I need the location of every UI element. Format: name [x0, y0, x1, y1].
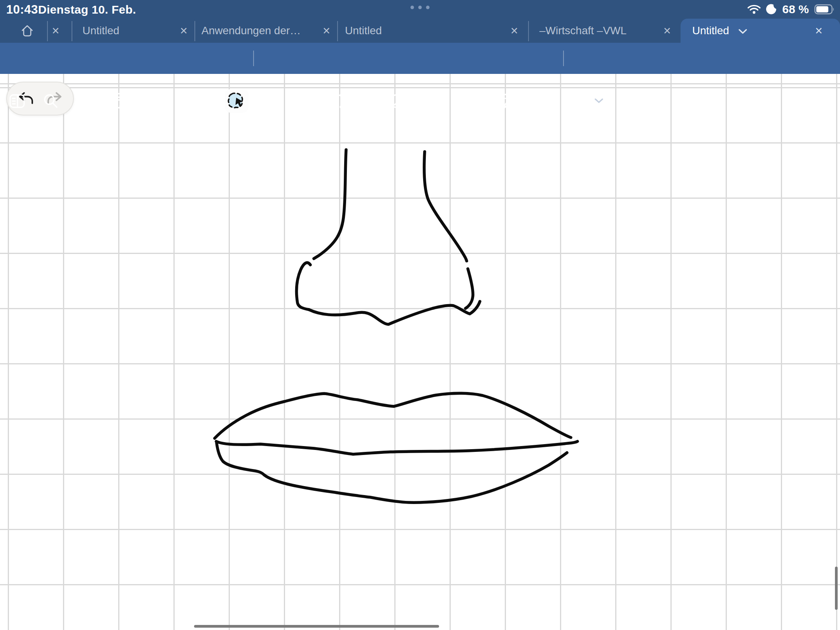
eraser-tool-button[interactable] [293, 91, 313, 111]
status-date: Dienstag 10. Feb. [38, 3, 136, 16]
note-icon [493, 91, 512, 111]
status-bar: 10:43 Dienstag 10. Feb. 68 % [0, 0, 840, 19]
wifi-icon [747, 4, 761, 14]
more-ellipsis-icon [812, 91, 832, 111]
laser-pointer-icon [530, 91, 551, 111]
multitask-dots-icon [411, 6, 430, 9]
record-present-button[interactable] [570, 91, 612, 112]
close-tab-button[interactable]: ✕ [815, 26, 823, 36]
close-tab-button[interactable]: ✕ [180, 26, 188, 36]
sidebar-panel-icon [7, 92, 27, 110]
close-tab-button[interactable]: ✕ [510, 26, 518, 36]
more-options-button[interactable] [812, 91, 832, 111]
pen-icon [261, 91, 281, 111]
search-icon [41, 92, 60, 110]
tab-untitled-2[interactable]: Untitled ✕ [337, 19, 528, 43]
toolbar-divider [253, 51, 254, 66]
tab-anwendungen[interactable]: Anwendungen der… ✕ [194, 19, 337, 43]
sticker-icon [357, 91, 377, 111]
home-icon [20, 23, 35, 38]
tab-wirtschaft-vwl[interactable]: –Wirtschaft –VWL ✕ [528, 19, 681, 43]
battery-percent: 68 % [782, 3, 809, 16]
laser-pointer-tool-button[interactable] [530, 91, 551, 111]
tab-bar: ✕ Untitled ✕ Anwendungen der… ✕ Untitled… [0, 19, 840, 43]
close-tab-button[interactable]: ✕ [52, 26, 60, 36]
zoom-window-icon [584, 92, 592, 107]
toolbar-divider [563, 51, 564, 66]
note-tool-button[interactable] [493, 91, 512, 111]
vertical-scrollbar[interactable] [835, 567, 838, 610]
shapes-tool-button[interactable] [455, 91, 476, 111]
moon-icon [766, 4, 777, 15]
ai-sparkle-icon [75, 92, 94, 110]
battery-icon [814, 4, 835, 14]
tab-label: Untitled [692, 24, 729, 37]
share-icon [779, 91, 798, 111]
tab-untitled-active[interactable]: Untitled ✕ [681, 19, 840, 43]
sidebar-toggle-button[interactable] [7, 92, 27, 110]
text-box-icon [326, 91, 345, 111]
document-toolbar [0, 43, 840, 74]
chevron-down-icon[interactable] [738, 29, 747, 34]
lasso-select-icon [225, 89, 248, 113]
tab-label: –Wirtschaft –VWL [539, 24, 626, 37]
horizontal-scrollbar[interactable] [194, 625, 439, 628]
note-canvas[interactable] [0, 74, 840, 630]
close-tab-button[interactable]: ✕ [322, 26, 331, 36]
tab-label: Untitled [82, 24, 119, 37]
chevron-down-icon [595, 99, 602, 102]
eraser-icon [293, 91, 313, 111]
share-button[interactable] [779, 91, 798, 111]
microphone-icon [570, 91, 612, 112]
clock: 10:43 [6, 3, 38, 17]
home-button[interactable] [20, 23, 35, 38]
shapes-icon [455, 91, 476, 111]
add-page-icon [745, 91, 765, 111]
image-icon [390, 91, 409, 111]
tab-label: Untitled [345, 24, 382, 37]
pen-tool-button[interactable] [261, 91, 281, 111]
text-tool-button[interactable] [326, 91, 345, 111]
close-tab-button[interactable]: ✕ [663, 26, 671, 36]
search-button[interactable] [41, 92, 60, 110]
tab-label: Anwendungen der… [201, 24, 301, 37]
page-preview-icon [110, 91, 130, 111]
tab-untitled-1[interactable]: Untitled ✕ [72, 19, 194, 43]
image-tool-button[interactable] [390, 91, 409, 111]
tab-divider [47, 21, 48, 41]
sticker-tool-button[interactable] [357, 91, 377, 111]
lasso-select-tool-button[interactable] [225, 89, 248, 113]
page-preview-button[interactable] [110, 91, 130, 111]
ai-assist-button[interactable] [75, 92, 94, 110]
add-page-button[interactable] [745, 91, 765, 111]
